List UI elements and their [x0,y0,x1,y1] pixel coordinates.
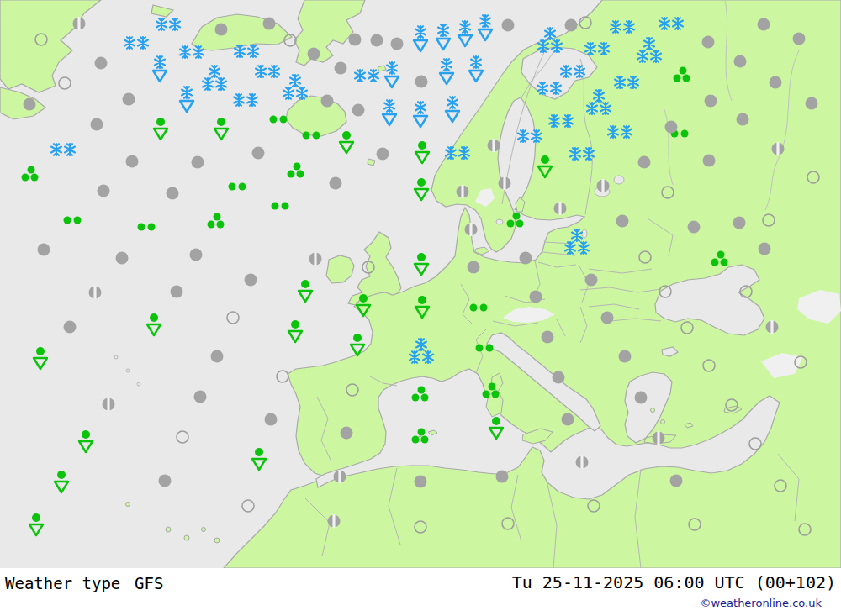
datetime-label: Tu 25-11-2025 06:00 UTC (00+102) [512,572,836,592]
overcast-symbol [194,391,207,403]
overcast-symbol [64,321,77,334]
overcast-symbol [585,274,598,287]
weather-map [0,0,841,568]
overcast-symbol [95,57,108,70]
overcast-symbol [638,156,651,169]
overcast-symbol [391,38,404,50]
overcast-symbol [215,24,228,36]
copyright-link[interactable]: ©weatheronline.co.uk [700,597,822,609]
overcast-symbol [349,34,362,46]
overcast-symbol [616,215,629,228]
overcast-symbol [211,350,224,363]
overcast-symbol [619,350,632,363]
overcast-symbol [38,244,50,256]
overcast-symbol [502,19,515,32]
overcast-symbol [702,36,715,49]
land-madeira [126,503,130,507]
land-azores-3 [137,382,140,386]
land-canary-3 [202,528,206,532]
land-aegean-isle-3 [661,420,665,424]
model-label: GFS [135,574,163,592]
overcast-symbol [167,187,179,200]
europe-map-svg [0,0,841,568]
overcast-symbol [91,118,103,131]
overcast-symbol [665,121,678,134]
overcast-symbol [734,55,747,68]
overcast-symbol [192,156,204,169]
overcast-symbol [635,392,648,404]
overcast-symbol [371,34,383,47]
overcast-symbol [341,427,353,440]
overcast-symbol [496,471,509,483]
overcast-symbol [806,97,818,110]
overcast-symbol [321,95,334,108]
overcast-symbol [562,413,574,426]
overcast-symbol [793,33,806,45]
overcast-symbol [263,18,276,30]
overcast-symbol [733,217,746,229]
overcast-symbol [553,371,565,384]
land-canary-1 [166,527,171,532]
overcast-symbol [265,413,278,426]
overcast-symbol [116,252,129,265]
overcast-symbol [377,148,389,161]
overcast-symbol [670,475,683,487]
overcast-symbol [352,104,365,117]
overcast-symbol [171,286,183,298]
overcast-symbol [703,155,716,167]
overcast-symbol [24,98,36,111]
product-label: Weather type [5,574,120,592]
overcast-symbol [190,249,203,261]
weather-map-page: Weather type GFS Tu 25-11-2025 06:00 UTC… [0,0,841,616]
land-canary-4 [214,538,220,543]
overcast-symbol [688,221,701,234]
overcast-symbol [770,76,782,89]
overcast-symbol [159,475,172,487]
overcast-symbol [759,243,771,255]
overcast-symbol [737,113,749,126]
land-faroe [368,159,375,166]
lake-peipus [582,229,587,238]
overcast-symbol [705,95,717,108]
overcast-symbol [530,291,542,303]
overcast-symbol [98,185,110,197]
overcast-symbol [123,93,135,106]
lake-vanern [496,219,503,224]
overcast-symbol [126,155,139,168]
land-aegean-isle-2 [651,408,655,413]
overcast-symbol [542,331,554,344]
overcast-symbol [468,261,480,274]
overcast-symbol [601,312,614,324]
land-azores-1 [114,355,118,359]
land-canary-2 [184,535,189,540]
lake-onega [614,176,624,184]
overcast-symbol [335,62,347,75]
overcast-symbol [415,76,428,88]
overcast-symbol [308,48,320,61]
caption-bar: Weather type GFS Tu 25-11-2025 06:00 UTC… [0,568,841,616]
overcast-symbol [758,18,770,31]
overcast-symbol [565,19,578,32]
overcast-symbol [415,476,427,488]
land-azores-2 [126,369,130,372]
overcast-symbol [330,177,342,190]
overcast-symbol [252,147,265,160]
overcast-symbol [245,274,257,287]
overcast-symbol [520,252,532,265]
